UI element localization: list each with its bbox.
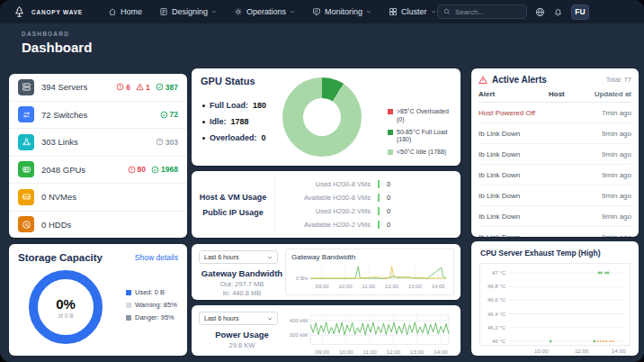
active-alerts-card: Active Alerts Total: 77 AlertHostUpdated…: [471, 68, 639, 237]
usage-row: Used H200-2 VMs0: [275, 207, 450, 215]
stat-badges: 61387: [116, 83, 178, 92]
alert-row[interactable]: Ib Link Down9min ago: [479, 206, 631, 227]
nav-item-label: Designing: [172, 7, 208, 16]
usage-label: Available H200-8 VMs: [275, 194, 371, 202]
search-box[interactable]: [437, 5, 527, 19]
nav-item-label: Monitoring: [325, 7, 362, 16]
gateway-range-select[interactable]: Last 6 hours: [199, 250, 278, 264]
power-value: 29.6 KW: [199, 341, 285, 350]
legend-label: Warning: 85%: [135, 301, 177, 309]
status-badge-ok: 387: [156, 83, 178, 92]
svg-text:13:00: 13:00: [408, 284, 423, 289]
power-range-label: Last 6 hours: [204, 315, 239, 321]
legend-item: Used: 0 B: [126, 288, 177, 296]
usage-value: 0: [387, 180, 450, 188]
svg-text:0 B/s: 0 B/s: [296, 276, 308, 281]
badge-value: 72: [170, 110, 178, 119]
stat-row[interactable]: 303 Links303: [9, 129, 187, 157]
brand-name: CANOPY WAVE: [31, 9, 83, 15]
show-details-link[interactable]: Show details: [135, 253, 178, 262]
storage-legend: Used: 0 BWarning: 85%Danger: 95%: [126, 288, 177, 326]
gateway-chart: Gateway Bandwidth 0 B/s09:0010:0011:0012…: [285, 249, 454, 295]
alert-time: 7min ago: [586, 109, 631, 117]
legend-label: >85°C Overloaded (0): [397, 108, 458, 124]
svg-text:14:00: 14:00: [612, 348, 626, 354]
stat-row[interactable]: 72 Switches72: [9, 102, 187, 130]
alert-row[interactable]: Ib Link Down9min ago: [479, 123, 631, 144]
stat-badges: 801968: [128, 165, 178, 174]
legend-item: <50°C Idle (1788): [388, 149, 458, 157]
gpu-status-title: GPU Status: [201, 76, 255, 86]
legend-swatch: [388, 130, 393, 135]
power-range-select[interactable]: Last 6 hours: [199, 312, 278, 325]
user-avatar[interactable]: FU: [571, 5, 589, 20]
svg-text:46.8 °C: 46.8 °C: [487, 284, 506, 289]
alert-row[interactable]: Ib Link Down9min ago: [479, 186, 631, 206]
svg-text:09:00: 09:00: [316, 284, 330, 289]
stat-label: 303 Links: [41, 137, 78, 147]
search-input[interactable]: [455, 8, 521, 16]
badge-value: 80: [138, 165, 146, 174]
brand[interactable]: CANOPY WAVE: [13, 5, 83, 19]
usage-value: 0: [387, 221, 450, 229]
nav-item-monitoring[interactable]: Monitoring: [312, 7, 371, 16]
nav-item-designing[interactable]: Designing: [159, 7, 217, 16]
server-icon: [18, 79, 34, 95]
warning-triangle-icon: [479, 76, 487, 85]
bell-icon[interactable]: [553, 7, 563, 17]
svg-text:09:00: 09:00: [316, 348, 330, 355]
alert-row[interactable]: Ib Link Down9min ago: [479, 227, 631, 237]
alert-row[interactable]: Ib Link Down9min ago: [479, 165, 631, 186]
home-icon: [108, 7, 117, 16]
gpu-summary-item: Idle:1788: [202, 117, 266, 126]
power-title: Power Usage: [199, 330, 285, 339]
operations-icon: [234, 7, 243, 16]
host-vm-title: Public IP Usage: [202, 208, 263, 217]
alert-name: Ib Link Down: [479, 192, 549, 200]
storage-capacity-card: Storage Capacity Show details 0% of 0 B …: [9, 244, 187, 356]
nav-item-operations[interactable]: Operations: [234, 7, 295, 16]
stat-row[interactable]: 2048 GPUs801968: [9, 157, 187, 185]
chevron-down-icon: [431, 9, 436, 14]
stat-row[interactable]: 0 HDDs: [9, 212, 187, 239]
host-vm-rows: Used H200-8 VMs0Available H200-8 VMs0Use…: [274, 178, 461, 231]
usage-bar: [378, 180, 380, 188]
stat-row[interactable]: 0 NVMes: [9, 184, 187, 212]
usage-label: Used H200-2 VMs: [275, 207, 371, 215]
legend-item: >85°C Overloaded (0): [388, 108, 458, 124]
globe-icon[interactable]: [535, 7, 545, 17]
svg-text:14:00: 14:00: [434, 348, 448, 355]
svg-text:13:00: 13:00: [410, 348, 425, 355]
stat-badges: 303: [156, 138, 178, 147]
usage-label: Used H200-8 VMs: [275, 180, 371, 188]
svg-text:46 °C: 46 °C: [492, 339, 506, 344]
stat-label: 394 Servers: [41, 82, 87, 92]
cpu-temp-card: CPU Server Exhaust Temp (High) 47 °C46.8…: [471, 241, 639, 356]
stat-row[interactable]: 394 Servers61387: [9, 74, 187, 102]
chevron-down-icon: [267, 316, 273, 321]
alert-time: 9min ago: [586, 213, 631, 221]
chevron-down-icon: [211, 9, 217, 14]
alert-time: 9min ago: [586, 150, 631, 158]
nav-item-label: Operations: [246, 7, 286, 16]
alerts-table-header: AlertHostUpdated at: [479, 85, 631, 103]
usage-bar: [378, 221, 380, 229]
stat-label: 2048 GPUs: [41, 165, 85, 175]
alert-time: 9min ago: [586, 233, 631, 238]
top-nav: CANOPY WAVE HomeDesigningOperationsMonit…: [0, 0, 644, 23]
usage-bar: [378, 207, 380, 215]
alert-time: 9min ago: [586, 192, 631, 200]
nav-item-home[interactable]: Home: [108, 7, 142, 16]
chevron-down-icon: [366, 9, 371, 14]
svg-text:46.2 °C: 46.2 °C: [487, 325, 506, 330]
alert-row[interactable]: Ib Link Down9min ago: [479, 144, 631, 165]
usage-row: Available H200-8 VMs0: [275, 194, 450, 202]
svg-text:10:00: 10:00: [339, 348, 353, 355]
question-circle-icon: [156, 138, 164, 146]
canopy-wave-logo-icon: [13, 5, 26, 19]
gateway-title: Gateway Bandwidth: [199, 268, 285, 278]
alert-row[interactable]: Host Powered Off7min ago: [479, 103, 631, 123]
nav-item-cluster[interactable]: Cluster: [389, 7, 436, 16]
alert-name: Ib Link Down: [479, 150, 549, 158]
legend-item: 50-85°C Full Load (180): [388, 129, 458, 145]
